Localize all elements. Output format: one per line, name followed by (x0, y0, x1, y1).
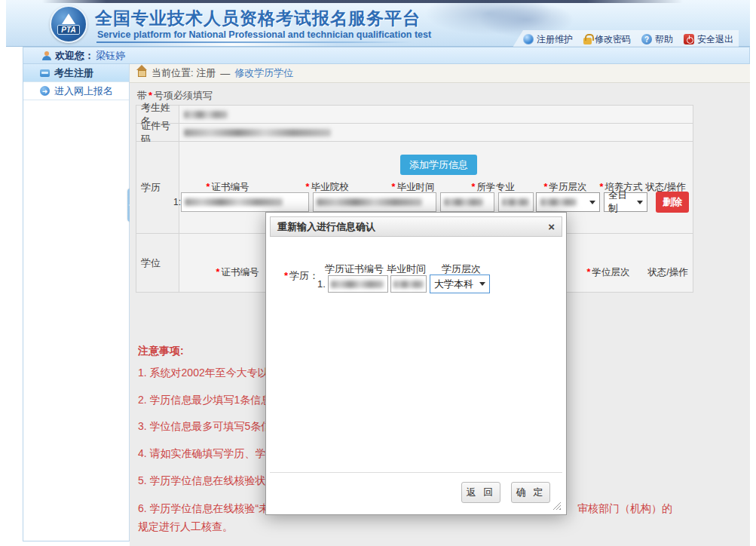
breadcrumb: 当前位置: 注册 — 修改学历学位 (130, 64, 750, 83)
id-label: 证件号码 (136, 124, 179, 141)
logo-triangle-icon (62, 14, 75, 24)
education-label: 学历 (136, 142, 179, 233)
chevron-down-icon (637, 201, 643, 204)
name-value (179, 106, 693, 123)
note-item-2: 2. 学历信息最少填写1条信息， (138, 394, 268, 407)
school-input[interactable] (313, 192, 436, 212)
note-item-1: 1. 系统对2002年至今大专以上 (138, 367, 268, 380)
id-value (179, 124, 693, 141)
link-label: 安全退出 (697, 33, 733, 46)
question-icon: ? (641, 34, 652, 44)
home-icon (136, 69, 147, 79)
table-row-name: 考生姓名 (136, 106, 693, 124)
site-title: 全国专业技术人员资格考试报名服务平台 (95, 7, 421, 30)
link-label: 注册维护 (537, 33, 573, 46)
header-links: 注册维护 修改密码 ? 帮助 安全退出 (523, 32, 733, 47)
sidebar: 考生注册 ➜ 进入网上报名 (23, 64, 130, 541)
user-icon (42, 51, 51, 60)
modal-column-grad-date: 毕业时间 (387, 262, 426, 276)
cert-number-input[interactable] (181, 192, 309, 212)
sidebar-item-enter-online-register[interactable]: ➜ 进入网上报名 (23, 82, 129, 100)
link-label: 帮助 (655, 33, 673, 46)
modal-footer: 返 回 确 定 (270, 472, 562, 511)
confirm-info-modal: 重新输入进行信息确认 × *学历： 学历证书编号 毕业时间 学历层次 1. 大学… (265, 212, 567, 515)
modal-titlebar: 重新输入进行信息确认 × (270, 216, 562, 237)
modal-column-cert: 学历证书编号 (325, 262, 384, 276)
notes-title: 注意事项: (138, 345, 268, 358)
grad-date-input[interactable] (440, 192, 494, 212)
link-help[interactable]: ? 帮助 (641, 33, 673, 46)
globe-icon (523, 34, 534, 44)
welcome-bar: 欢迎您： 梁钰婷 (23, 47, 750, 64)
edu-level-select[interactable] (536, 192, 600, 212)
registration-platform-screen: PTA 全国专业技术人员资格考试报名服务平台 Service platform … (0, 0, 756, 546)
lock-icon (583, 38, 592, 44)
note-item-6-wrap: 规定进行人工核查。 (138, 520, 233, 534)
breadcrumb-separator: — (220, 68, 230, 79)
education-row-index: 1: (173, 197, 181, 207)
subtitle-underline (96, 41, 413, 43)
modal-body: *学历： 学历证书编号 毕业时间 学历层次 1. 大学本科 (270, 237, 562, 472)
link-change-password[interactable]: 修改密码 (583, 33, 631, 46)
sidebar-item-label: 考生注册 (54, 66, 93, 80)
sidebar-item-label: 进入网上报名 (54, 84, 113, 98)
folder-icon (40, 69, 50, 77)
note-item-5: 5. 学历学位信息在线核验状态 (138, 474, 268, 488)
breadcrumb-current-link[interactable]: 修改学历学位 (234, 66, 293, 80)
back-button[interactable]: 返 回 (461, 482, 500, 503)
link-safe-logout[interactable]: 安全退出 (684, 33, 733, 46)
modal-grad-date-input[interactable] (390, 275, 427, 293)
note-item-6-continued: 审核部门（机构）的 (577, 502, 672, 516)
chevron-down-icon (589, 201, 595, 204)
close-icon[interactable]: × (548, 221, 555, 232)
sidebar-item-candidate-register[interactable]: 考生注册 (23, 64, 129, 82)
header-top-strip (42, 0, 683, 3)
welcome-prefix: 欢迎您： (55, 49, 94, 63)
required-star: * (148, 90, 152, 101)
modal-level-select[interactable]: 大学本科 (430, 275, 490, 293)
table-row-id-number: 证件号码 (136, 124, 693, 142)
delete-education-button[interactable]: 删除 (656, 192, 689, 213)
add-education-button[interactable]: 添加学历信息 (400, 155, 477, 175)
modal-row-index: 1. (317, 278, 326, 290)
pta-logo: PTA (50, 5, 87, 43)
modal-title: 重新输入进行信息确认 (277, 220, 375, 234)
column-degree-cert: *证书编号 (215, 266, 259, 279)
training-mode-select[interactable]: 全日制 (604, 192, 647, 212)
degree-label: 学位 (136, 234, 179, 292)
header-banner: PTA 全国专业技术人员资格考试报名服务平台 Service platform … (6, 0, 750, 47)
arrow-right-icon: ➜ (40, 86, 50, 96)
power-icon (684, 34, 694, 44)
modal-field-label: *学历： (283, 269, 319, 283)
breadcrumb-location: 当前位置: 注册 (152, 66, 216, 80)
note-item-3: 3. 学位信息最多可填写5条信息 (138, 420, 268, 434)
link-label: 修改密码 (595, 33, 631, 46)
column-degree-level: *学位层次 (586, 266, 630, 279)
chevron-down-icon (479, 282, 485, 286)
site-subtitle: Service platform for National Profession… (97, 29, 431, 40)
logo-text: PTA (57, 25, 79, 35)
major-input[interactable] (498, 192, 534, 212)
redacted-name-value (184, 111, 228, 118)
redacted-id-value (184, 129, 331, 136)
column-degree-status: 状态/操作 (647, 266, 687, 279)
modal-cert-input[interactable] (328, 275, 388, 293)
resize-grip[interactable] (552, 502, 561, 510)
confirm-button[interactable]: 确 定 (511, 482, 550, 503)
note-item-6: 6. 学历学位信息在线核验“未 (138, 502, 268, 516)
welcome-username: 梁钰婷 (96, 49, 125, 63)
note-item-4: 4. 请如实准确填写学历、学位 (138, 447, 268, 461)
link-register-maintain[interactable]: 注册维护 (523, 33, 573, 46)
